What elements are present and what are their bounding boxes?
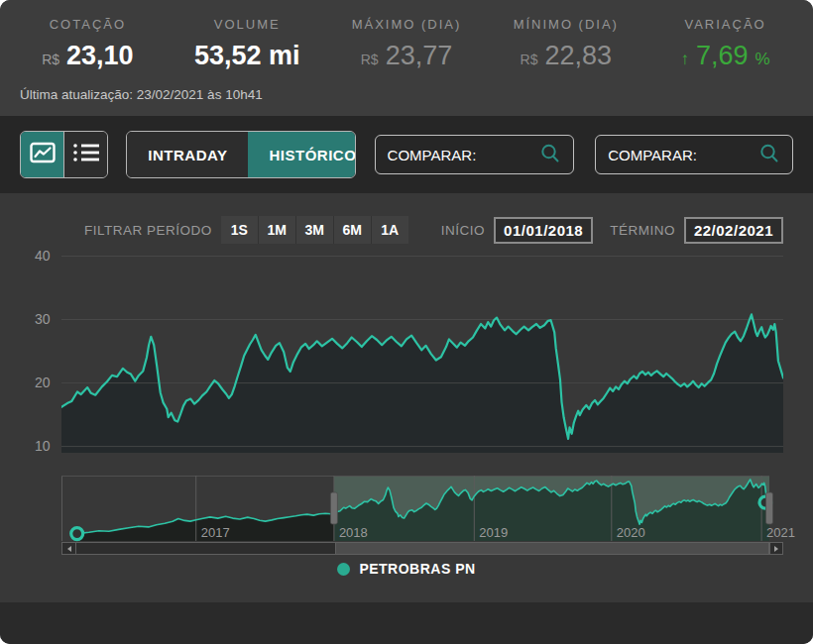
termino-label: TÉRMINO bbox=[610, 223, 675, 238]
navigator-chart[interactable]: 20172018201920202021 bbox=[61, 476, 769, 541]
inicio-label: INÍCIO bbox=[441, 223, 485, 238]
tab-historico[interactable]: HISTÓRICO bbox=[248, 132, 355, 177]
line-chart-icon bbox=[30, 142, 56, 167]
period-mode-tabs: INTRADAY HISTÓRICO bbox=[126, 131, 355, 178]
series-marker-icon bbox=[337, 563, 350, 576]
end-date-input[interactable]: 22/02/2021 bbox=[684, 217, 783, 244]
stat-value: 23,10 bbox=[66, 41, 134, 71]
stat-label: MÍNIMO (DIA) bbox=[514, 17, 619, 32]
stat-label: MÁXIMO (DIA) bbox=[352, 17, 462, 32]
footer-bar bbox=[0, 602, 813, 644]
arrow-up-icon: ↑ bbox=[680, 50, 689, 69]
search-icon[interactable] bbox=[758, 143, 780, 167]
period-1s-button[interactable]: 1S bbox=[221, 216, 259, 244]
period-buttons: 1S 1M 3M 6M 1A bbox=[221, 216, 408, 244]
stat-label: COTAÇÃO bbox=[50, 17, 126, 32]
start-date-input[interactable]: 01/01/2018 bbox=[494, 217, 593, 244]
legend-item[interactable]: PETROBRAS PN bbox=[0, 561, 813, 577]
stat-value: 7,69 bbox=[696, 41, 749, 71]
compare-placeholder: COMPARAR: bbox=[388, 147, 477, 163]
scroll-right-button[interactable] bbox=[768, 543, 782, 554]
compare-placeholder: COMPARAR: bbox=[608, 147, 697, 163]
stat-minimo: MÍNIMO (DIA) R$ 22,83 bbox=[486, 0, 645, 87]
series-name: PETROBRAS PN bbox=[359, 561, 475, 577]
filter-row: FILTRAR PERÍODO 1S 1M 3M 6M 1A INÍCIO 01… bbox=[0, 215, 783, 245]
navigator-start-marker[interactable] bbox=[71, 528, 83, 540]
compare-input-2[interactable]: COMPARAR: bbox=[595, 135, 793, 174]
stat-value: 53,52 mi bbox=[194, 41, 300, 71]
compare-input-1[interactable]: COMPARAR: bbox=[375, 135, 575, 174]
y-axis-label: 40 bbox=[35, 248, 58, 264]
list-icon bbox=[72, 142, 100, 167]
svg-text:2018: 2018 bbox=[339, 525, 368, 540]
filter-period-label: FILTRAR PERÍODO bbox=[84, 223, 212, 238]
stat-value: 22,83 bbox=[544, 41, 612, 71]
main-price-chart[interactable] bbox=[61, 245, 783, 453]
toolbar: INTRADAY HISTÓRICO COMPARAR: COMPARAR: bbox=[0, 116, 813, 193]
navigator-right-handle[interactable] bbox=[766, 492, 773, 524]
navigator-left-handle[interactable] bbox=[330, 492, 337, 524]
stat-value: 23,77 bbox=[386, 41, 453, 71]
y-axis-label: 30 bbox=[35, 311, 58, 327]
stats-header: COTAÇÃO R$ 23,10 VOLUME 53,52 mi MÁXIMO … bbox=[0, 0, 813, 116]
stock-quote-widget: COTAÇÃO R$ 23,10 VOLUME 53,52 mi MÁXIMO … bbox=[0, 0, 813, 644]
currency-prefix: R$ bbox=[361, 52, 379, 67]
y-axis-label: 10 bbox=[35, 438, 58, 454]
chart-view-button[interactable] bbox=[21, 132, 63, 177]
stat-volume: VOLUME 53,52 mi bbox=[168, 0, 327, 87]
percent-suffix: % bbox=[755, 50, 770, 69]
currency-prefix: R$ bbox=[521, 52, 538, 67]
stat-variacao: VARIAÇÃO ↑ 7,69 % bbox=[645, 0, 805, 87]
triangle-left-icon bbox=[67, 546, 71, 552]
period-3m-button[interactable]: 3M bbox=[296, 216, 334, 244]
navigator-scrollbar[interactable] bbox=[61, 542, 783, 555]
svg-text:2019: 2019 bbox=[479, 525, 508, 540]
view-switcher bbox=[20, 131, 108, 178]
scrollbar-thumb[interactable] bbox=[335, 543, 770, 554]
svg-text:2020: 2020 bbox=[617, 525, 645, 540]
svg-text:2017: 2017 bbox=[201, 525, 230, 540]
stat-label: VOLUME bbox=[214, 17, 281, 32]
currency-prefix: R$ bbox=[42, 52, 59, 67]
svg-text:2021: 2021 bbox=[766, 525, 795, 540]
list-view-button[interactable] bbox=[63, 132, 107, 177]
stat-maximo: MÁXIMO (DIA) R$ 23,77 bbox=[327, 0, 487, 87]
y-axis-label: 20 bbox=[35, 375, 58, 390]
period-6m-button[interactable]: 6M bbox=[334, 216, 372, 244]
scroll-left-button[interactable] bbox=[62, 543, 76, 554]
stats-bar: COTAÇÃO R$ 23,10 VOLUME 53,52 mi MÁXIMO … bbox=[0, 0, 813, 87]
period-1m-button[interactable]: 1M bbox=[259, 216, 296, 244]
triangle-right-icon bbox=[774, 546, 778, 552]
chart-panel: FILTRAR PERÍODO 1S 1M 3M 6M 1A INÍCIO 01… bbox=[0, 193, 813, 602]
tab-intraday[interactable]: INTRADAY bbox=[127, 132, 248, 177]
period-1a-button[interactable]: 1A bbox=[372, 216, 408, 244]
stat-cotacao: COTAÇÃO R$ 23,10 bbox=[8, 0, 168, 87]
last-update-text: Última atualização: 23/02/2021 às 10h41 bbox=[0, 87, 813, 116]
search-icon[interactable] bbox=[539, 143, 561, 167]
stat-label: VARIAÇÃO bbox=[684, 17, 765, 32]
